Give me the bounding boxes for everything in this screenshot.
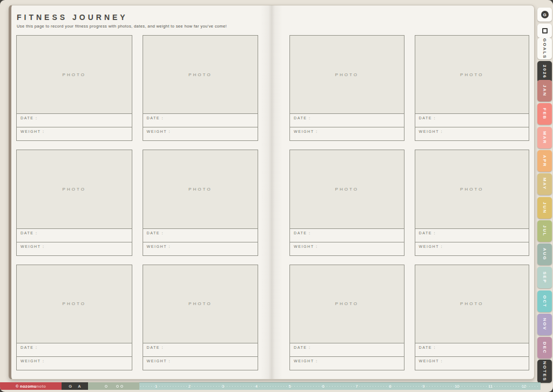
photo-placeholder[interactable]: PHOTO [289, 150, 404, 228]
month-tab-label: SEP [542, 272, 547, 283]
page-number-4[interactable]: 4 [240, 383, 273, 390]
weight-field[interactable]: WEIGHT : [16, 242, 132, 256]
weight-field[interactable]: WEIGHT : [289, 127, 404, 141]
date-field[interactable]: DATE : [415, 113, 530, 127]
tab-2026[interactable]: 2026 [537, 61, 552, 83]
page-number-9[interactable]: 9 [407, 383, 440, 390]
date-field[interactable]: DATE : [415, 228, 530, 242]
photo-label: PHOTO [460, 187, 483, 192]
photo-placeholder[interactable]: PHOTO [289, 265, 404, 343]
photo-placeholder[interactable]: PHOTO [143, 265, 259, 343]
photo-placeholder[interactable]: PHOTO [143, 150, 259, 228]
date-label: DATE : [147, 116, 164, 120]
date-label: DATE : [419, 231, 436, 235]
tab-jan[interactable]: JAN [537, 80, 552, 102]
month-tab-label: JAN [542, 85, 547, 97]
tab-oct[interactable]: OCT [537, 290, 552, 312]
progress-card: PHOTO DATE : WEIGHT : [143, 265, 259, 370]
weight-field[interactable]: WEIGHT : [16, 356, 132, 370]
date-field[interactable]: DATE : [143, 228, 259, 242]
tab-nov[interactable]: NOV [537, 314, 552, 335]
photo-label: PHOTO [188, 301, 212, 306]
tab-goals[interactable]: GOALS [537, 38, 552, 59]
photo-placeholder[interactable]: PHOTO [415, 150, 530, 228]
date-label: DATE : [21, 231, 38, 235]
weight-field[interactable]: WEIGHT : [415, 242, 530, 256]
month-tab-label: MAR [542, 131, 547, 144]
date-field[interactable]: DATE : [415, 343, 530, 357]
tab-aug[interactable]: AUG [537, 244, 552, 265]
home-tab[interactable]: G [537, 8, 552, 22]
tab-may[interactable]: MAY [537, 173, 552, 195]
tab-feb[interactable]: FEB [537, 103, 552, 125]
month-tab-label: FEB [542, 108, 547, 120]
weight-field[interactable]: WEIGHT : [289, 242, 404, 256]
weight-field[interactable]: WEIGHT : [143, 356, 259, 370]
photo-placeholder[interactable]: PHOTO [143, 35, 259, 114]
month-tab-label: JUL [542, 225, 547, 236]
spread-view-icon[interactable] [116, 385, 123, 388]
tab-jul[interactable]: JUL [537, 220, 552, 242]
weight-field[interactable]: WEIGHT : [143, 127, 259, 141]
photo-label: PHOTO [335, 301, 359, 306]
weight-label: WEIGHT : [294, 359, 318, 363]
page-header: FITNESS JOURNEY Use this page to record … [17, 13, 227, 29]
photo-label: PHOTO [188, 72, 212, 77]
page-number-2[interactable]: 2 [173, 383, 206, 390]
photo-placeholder[interactable]: PHOTO [16, 150, 132, 228]
date-label: DATE : [294, 346, 311, 349]
month-tab-label: AUG [542, 248, 547, 261]
page-number-8[interactable]: 8 [373, 383, 407, 390]
page-number-12[interactable]: 12 [507, 383, 541, 390]
progress-card: PHOTO DATE : WEIGHT : [143, 35, 259, 141]
date-field[interactable]: DATE : [16, 228, 132, 242]
date-field[interactable]: DATE : [289, 228, 404, 242]
photo-placeholder[interactable]: PHOTO [415, 265, 530, 343]
progress-card: PHOTO DATE : WEIGHT : [415, 35, 530, 141]
weight-field[interactable]: WEIGHT : [143, 242, 259, 256]
date-field[interactable]: DATE : [289, 113, 404, 127]
weight-field[interactable]: WEIGHT : [415, 356, 530, 370]
photo-placeholder[interactable]: PHOTO [289, 35, 404, 114]
date-field[interactable]: DATE : [143, 343, 259, 357]
progress-card: PHOTO DATE : WEIGHT : [415, 265, 530, 370]
page-view-tab[interactable] [537, 24, 552, 38]
page-number-3[interactable]: 3 [206, 383, 240, 390]
page-number-5[interactable]: 5 [273, 383, 307, 390]
tab-jun[interactable]: JUN [537, 197, 552, 219]
page-number-1[interactable]: 1 [139, 383, 173, 390]
weight-field[interactable]: WEIGHT : [16, 127, 132, 141]
weight-label: WEIGHT : [419, 130, 443, 133]
progress-card: PHOTO DATE : WEIGHT : [415, 150, 530, 255]
tab-sep[interactable]: SEP [537, 267, 552, 288]
tab-mar[interactable]: MAR [537, 127, 552, 148]
bar-button-a[interactable]: A [78, 384, 80, 389]
photo-placeholder[interactable]: PHOTO [16, 35, 132, 114]
left-page-card-grid: PHOTO DATE : WEIGHT : PHOTO DATE : WEIGH… [16, 35, 258, 370]
page-number-10[interactable]: 10 [440, 383, 474, 390]
weight-label: WEIGHT : [21, 245, 45, 248]
date-field[interactable]: DATE : [16, 343, 132, 357]
date-field[interactable]: DATE : [289, 343, 404, 357]
photo-placeholder[interactable]: PHOTO [16, 265, 132, 343]
page-number-6[interactable]: 6 [307, 383, 340, 390]
photo-placeholder[interactable]: PHOTO [415, 35, 530, 114]
weight-field[interactable]: WEIGHT : [289, 356, 404, 370]
date-field[interactable]: DATE : [16, 113, 132, 127]
page-title: FITNESS JOURNEY [17, 13, 227, 22]
month-tab-label: MAY [542, 178, 547, 190]
page-number-7[interactable]: 7 [340, 383, 374, 390]
page-number-11[interactable]: 11 [474, 383, 507, 390]
weight-label: WEIGHT : [147, 359, 171, 363]
date-field[interactable]: DATE : [143, 113, 259, 127]
tab-apr[interactable]: APR [537, 150, 552, 172]
tab-notes[interactable]: NOTES [537, 360, 552, 383]
brand-bold: © nozomu [16, 384, 37, 389]
page-number-strip: 123456789101112 [139, 382, 541, 390]
photo-label: PHOTO [63, 72, 86, 77]
page-subtitle: Use this page to record your fitness pro… [17, 24, 227, 29]
weight-field[interactable]: WEIGHT : [415, 127, 530, 141]
bar-button-g[interactable]: G [69, 384, 72, 389]
single-page-view-icon[interactable] [105, 385, 107, 388]
tab-dec[interactable]: DEC [537, 337, 552, 359]
